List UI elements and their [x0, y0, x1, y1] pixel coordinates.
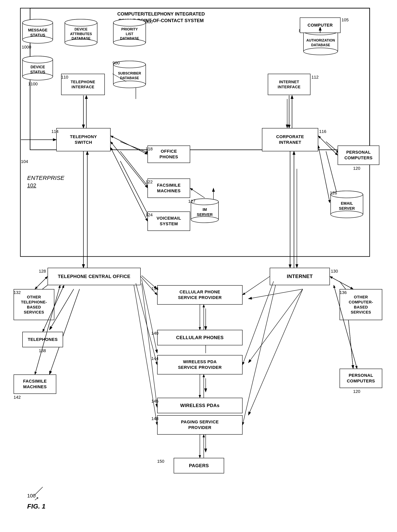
num-104: 104	[21, 159, 28, 164]
svg-line-114	[318, 136, 338, 155]
svg-line-128	[141, 277, 157, 295]
email-server-label: EMAILSERVER	[337, 201, 356, 211]
svg-point-74	[113, 19, 146, 26]
wireless-pda-provider-box: WIRELESS PDASERVICE PROVIDER	[157, 355, 242, 374]
svg-line-8	[120, 142, 149, 153]
wireless-pda-provider-num: 144	[151, 356, 159, 361]
svg-line-134	[330, 277, 353, 289]
wireless-pdas-box: WIRELESS PDAs	[157, 398, 242, 413]
email-server-num: 126	[330, 191, 337, 196]
telephony-switch-box: TELEPHONYSWITCH	[56, 128, 111, 151]
facsimile-machines-top-num: 122	[146, 179, 153, 185]
svg-line-123	[35, 277, 48, 289]
subscriber-db-label: SUBSCRIBERDATABASE	[116, 71, 143, 80]
cellular-phones-num: 140	[151, 331, 159, 336]
svg-point-68	[65, 19, 97, 26]
svg-line-133	[242, 285, 276, 425]
priority-list-db-cylinder: PRIORITYLISTDATABASE	[112, 19, 147, 47]
svg-point-91	[331, 211, 363, 218]
device-status-cylinder: DEVICESTATUS	[22, 55, 54, 80]
other-computer-services-num: 136	[340, 290, 347, 295]
svg-line-11	[120, 151, 149, 188]
device-attributes-db-label: DEVICEATTRIBUTESDATABASE	[68, 27, 93, 41]
wireless-pdas-num: 146	[151, 399, 159, 404]
priority-list-db-num: 600	[146, 19, 153, 25]
personal-computers-bottom-box: PERSONALCOMPUTERS	[340, 369, 382, 388]
svg-line-117	[190, 188, 205, 198]
svg-line-112	[111, 148, 148, 221]
authorization-db-label: AUTHORIZATIONDATABASE	[305, 38, 337, 47]
voicemail-system-num: 124	[146, 212, 153, 217]
pagers-num: 150	[157, 459, 164, 464]
svg-line-115	[318, 146, 330, 203]
system-title: COMPUTER/TELEPHONY INTEGRATEDSINGLE-POIN…	[74, 11, 248, 24]
arrows-svg	[0, 0, 397, 532]
subscriber-db-num: 900	[112, 61, 120, 66]
office-phones-num: 118	[146, 147, 153, 152]
svg-line-46	[248, 289, 303, 363]
svg-line-111	[111, 148, 148, 221]
svg-line-113	[318, 136, 338, 155]
internet-box: INTERNET	[270, 268, 330, 285]
svg-line-110	[111, 142, 148, 188]
voicemail-system-box: VOICEMAILSYSTEM	[148, 211, 190, 231]
telephone-central-office-box: TELEPHONE CENTRAL OFFICE	[48, 268, 141, 285]
svg-line-108	[111, 136, 148, 154]
device-status-label: DEVICESTATUS	[29, 64, 47, 74]
svg-line-132	[242, 281, 273, 365]
svg-line-122	[35, 277, 48, 289]
enterprise-num: 102	[27, 182, 36, 189]
svg-line-109	[111, 142, 148, 188]
device-attributes-db-cylinder: DEVICEATTRIBUTESDATABASE	[64, 19, 98, 47]
svg-line-47	[248, 289, 303, 415]
svg-line-131	[242, 277, 270, 295]
svg-line-130	[134, 285, 157, 425]
cellular-phone-provider-num: 134	[151, 286, 159, 291]
pagers-box: PAGERS	[174, 458, 224, 473]
telephone-interface-num: 110	[61, 75, 68, 80]
message-status-cylinder: MESSAGESTATUS	[22, 19, 54, 44]
cellular-phones-box: CELLULAR PHONES	[157, 330, 242, 345]
diagram: COMPUTER/TELEPHONY INTEGRATEDSINGLE-POIN…	[0, 0, 397, 532]
paging-provider-box: PAGING SERVICEPROVIDER	[157, 415, 242, 435]
personal-computers-bottom-num: 120	[353, 389, 360, 394]
facsimile-machines-bottom-box: FACSIMILEMACHINES	[14, 374, 56, 394]
computer-num: 105	[341, 18, 349, 23]
telephony-switch-num: 114	[51, 129, 59, 134]
cellular-phone-provider-box: CELLULAR PHONESERVICE PROVIDER	[157, 285, 242, 305]
svg-line-9	[120, 142, 149, 153]
internet-interface-box: INTERNETINTERFACE	[268, 74, 310, 95]
svg-point-62	[23, 56, 53, 63]
office-phones-box: OFFICEPHONES	[148, 146, 190, 163]
message-status-num: 1000	[22, 45, 31, 50]
telephone-central-office-num: 128	[39, 269, 46, 274]
connection-lines	[0, 0, 397, 532]
svg-line-32	[142, 283, 157, 408]
message-status-label: MESSAGESTATUS	[26, 28, 49, 38]
facsimile-machines-bottom-num: 142	[14, 395, 21, 400]
corporate-intranet-num: 116	[319, 129, 326, 134]
fig-label: FIG. 1	[27, 502, 45, 510]
other-telephone-services-num: 132	[14, 290, 21, 295]
svg-point-85	[304, 48, 338, 55]
facsimile-machines-top-box: FACSIMILEMACHINES	[148, 179, 190, 198]
svg-line-135	[330, 277, 353, 289]
telephones-num: 138	[39, 348, 46, 353]
paging-provider-num: 148	[151, 416, 159, 421]
svg-line-10	[120, 151, 149, 188]
im-server-num: 127	[188, 199, 195, 204]
svg-point-56	[23, 19, 53, 26]
fig-num: 100	[27, 493, 36, 499]
personal-computers-top-num: 120	[353, 166, 360, 171]
computer-box: COMPUTER	[300, 18, 341, 33]
svg-line-116	[318, 146, 330, 203]
svg-line-13	[120, 161, 149, 217]
svg-line-12	[120, 161, 149, 217]
corporate-intranet-box: CORPORATEINTRANET	[262, 128, 318, 151]
im-server-label: IMSERVER	[195, 207, 214, 217]
enterprise-label: ENTERPRISE	[27, 175, 64, 181]
svg-point-97	[191, 217, 218, 223]
svg-line-129	[136, 283, 157, 365]
svg-point-79	[113, 81, 146, 88]
personal-computers-top-box: PERSONALCOMPUTERS	[338, 146, 379, 165]
